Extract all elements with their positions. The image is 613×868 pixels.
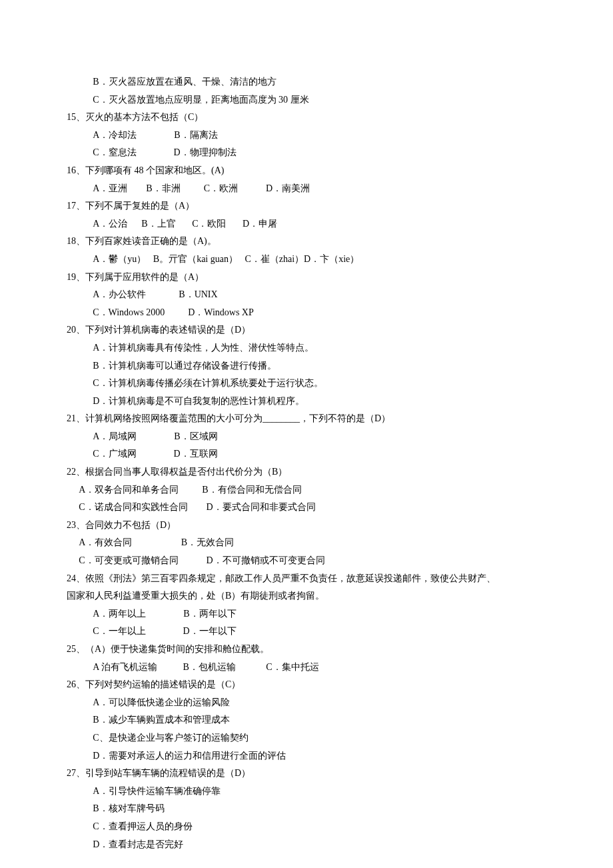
text-line: 27、引导到站车辆车辆的流程错误的是（D） [67, 765, 546, 783]
text-line: A．冷却法 B．隔离法 [67, 127, 546, 145]
text-line: C．窒息法 D．物理抑制法 [67, 144, 546, 162]
text-line: 21、计算机网络按照网络覆盖范围的大小可分为________，下列不符的是（D） [67, 410, 546, 428]
text-line: C、是快递企业与客户签订的运输契约 [67, 729, 546, 747]
text-line: A．亚洲 B．非洲 C．欧洲 D．南美洲 [67, 180, 546, 198]
text-line: C．计算机病毒传播必须在计算机系统要处于运行状态。 [67, 375, 546, 393]
text-line: B．减少车辆购置成本和管理成本 [67, 711, 546, 729]
text-line: 20、下列对计算机病毒的表述错误的是（D） [67, 321, 546, 339]
text-line: 19、下列属于应用软件的是（A） [67, 269, 546, 287]
text-line: C．诺成合同和实践性合同 D．要式合同和非要式合同 [67, 499, 546, 517]
text-line: C．可变更或可撤销合同 D．不可撤销或不可变更合同 [67, 552, 546, 570]
text-line: D．需要对承运人的运力和信用进行全面的评估 [67, 747, 546, 765]
text-line: C．一年以上 D．一年以下 [67, 623, 546, 641]
text-line: C．广域网 D．互联网 [67, 445, 546, 463]
text-line: 15、灭火的基本方法不包括（C） [67, 109, 546, 127]
text-line: A．两年以上 B．两年以下 [67, 605, 546, 623]
text-line: A．鬱（yu） B。亓官（kai guan） C．崔（zhai）D．卞（xie） [67, 251, 546, 269]
text-line: 24、依照《刑法》第三百零四条规定，邮政工作人员严重不负责任，故意延误投递邮件，… [67, 570, 546, 588]
text-line: C．Windows 2000 D．Windows XP [67, 304, 546, 322]
text-line: A．双务合同和单务合同 B．有偿合同和无偿合同 [67, 481, 546, 499]
text-line: D．查看封志是否完好 [67, 836, 546, 854]
text-line: D．计算机病毒是不可自我复制的恶性计算机程序。 [67, 393, 546, 411]
text-line: 国家和人民利益遭受重大损失的，处（B）有期徒刑或者拘留。 [67, 587, 546, 605]
text-line: A．计算机病毒具有传染性，人为性、潜伏性等特点。 [67, 339, 546, 357]
text-line: B．计算机病毒可以通过存储设备进行传播。 [67, 357, 546, 375]
text-line: B．核对车牌号码 [67, 800, 546, 818]
document-body: B．灭火器应放置在通风、干燥、清洁的地方C．灭火器放置地点应明显，距离地面高度为… [67, 73, 546, 853]
text-line: A．公治 B．上官 C．欧阳 D．申屠 [67, 215, 546, 233]
text-line: A．引导快件运输车辆准确停靠 [67, 783, 546, 801]
text-line: 25、（A）便于快递集货时间的安排和舱位配载。 [67, 641, 546, 659]
text-line: C．查看押运人员的身份 [67, 818, 546, 836]
text-line: C．灭火器放置地点应明显，距离地面高度为 30 厘米 [67, 91, 546, 109]
text-line: 18、下列百家姓读音正确的是（A)。 [67, 233, 546, 251]
text-line: 22、根据合同当事人取得权益是否付出代价分为（B） [67, 463, 546, 481]
text-line: A．可以降低快递企业的运输风险 [67, 694, 546, 712]
text-line: A 泊有飞机运输 B．包机运输 C．集中托运 [67, 659, 546, 677]
text-line: B．灭火器应放置在通风、干燥、清洁的地方 [67, 73, 546, 91]
text-line: A．办公软件 B．UNIX [67, 286, 546, 304]
text-line: A．局域网 B．区域网 [67, 428, 546, 446]
text-line: 16、下列哪项有 48 个国家和地区。(A) [67, 162, 546, 180]
text-line: 26、下列对契约运输的描述错误的是（C） [67, 676, 546, 694]
text-line: 23、合同效力不包括（D） [67, 517, 546, 535]
text-line: A．有效合同 B．无效合同 [67, 534, 546, 552]
text-line: 17、下列不属于复姓的是（A） [67, 197, 546, 215]
